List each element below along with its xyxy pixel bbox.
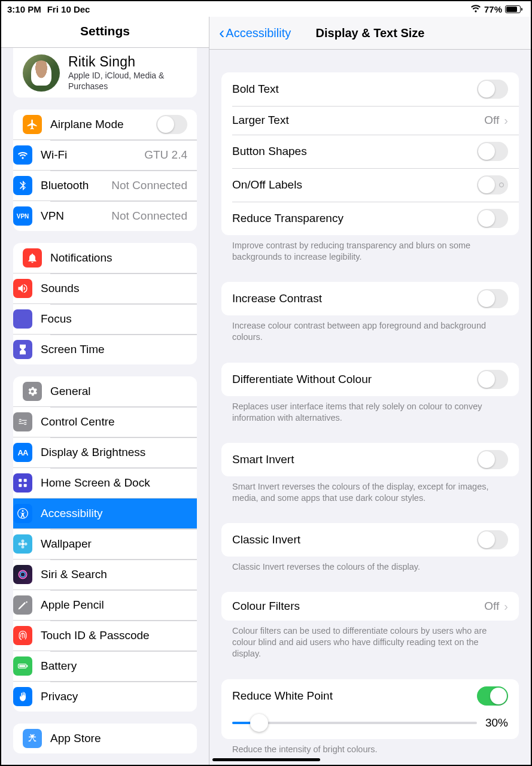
wifi-settings-icon: [13, 145, 32, 165]
differentiate-row[interactable]: Differentiate Without Colour: [221, 363, 519, 396]
colour-filters-row[interactable]: Colour Filters Off ›: [221, 592, 519, 621]
chevron-left-icon: ‹: [219, 27, 224, 39]
flower-icon: [13, 534, 32, 554]
wallpaper-row[interactable]: Wallpaper: [13, 528, 197, 559]
bold-text-toggle[interactable]: [477, 80, 508, 99]
increase-contrast-toggle[interactable]: [477, 289, 508, 308]
vpn-icon: VPN: [13, 206, 32, 226]
status-bar: 3:10 PM Fri 10 Dec 77%: [1, 1, 531, 17]
appstore-row[interactable]: App Store: [13, 724, 197, 753]
speaker-icon: [13, 279, 32, 298]
vpn-value: Not Connected: [111, 209, 187, 223]
airplane-label: Airplane Mode: [50, 118, 156, 131]
reduce-white-point-toggle[interactable]: [477, 686, 508, 706]
svg-rect-2: [19, 484, 22, 487]
bluetooth-value: Not Connected: [111, 179, 187, 192]
siri-row[interactable]: Siri & Search: [13, 559, 197, 589]
avatar: [23, 54, 60, 92]
apple-pencil-row[interactable]: Apple Pencil: [13, 589, 197, 620]
back-label: Accessibility: [226, 26, 291, 40]
battery-icon: [505, 5, 522, 13]
svg-rect-0: [19, 479, 22, 482]
back-button[interactable]: ‹ Accessibility: [219, 26, 291, 40]
svg-point-6: [22, 543, 25, 546]
grid-icon: [13, 473, 32, 493]
display-brightness-row[interactable]: AA Display & Brightness: [13, 437, 197, 467]
transparency-note: Improve contrast by reducing transparenc…: [221, 235, 519, 263]
battery-settings-icon: [13, 656, 32, 676]
switches-icon: [13, 412, 32, 431]
battery-row[interactable]: Battery: [13, 651, 197, 681]
vpn-row[interactable]: VPN VPN Not Connected: [13, 200, 197, 231]
hourglass-icon: [13, 340, 32, 359]
moon-icon: [13, 309, 32, 329]
wifi-value: GTU 2.4: [144, 148, 187, 162]
smart-invert-row[interactable]: Smart Invert: [221, 443, 519, 476]
bluetooth-icon: [13, 176, 32, 195]
reduce-white-point-row[interactable]: Reduce White Point: [221, 679, 519, 713]
accessibility-row[interactable]: Accessibility: [13, 498, 197, 528]
sidebar-header: Settings: [1, 17, 209, 48]
control-centre-row[interactable]: Control Centre: [13, 406, 197, 437]
chevron-right-icon: ›: [504, 600, 508, 613]
contrast-note: Increase colour contrast between app for…: [221, 315, 519, 343]
profile-name: Ritik Singh: [68, 54, 187, 70]
classic-invert-toggle[interactable]: [477, 530, 508, 549]
onoff-labels-toggle[interactable]: [477, 175, 508, 194]
fingerprint-icon: [13, 626, 32, 645]
wifi-row[interactable]: Wi-Fi GTU 2.4: [13, 139, 197, 170]
pencil-icon: [13, 595, 32, 615]
svg-rect-3: [24, 484, 27, 487]
button-shapes-toggle[interactable]: [477, 142, 508, 161]
general-row[interactable]: General: [13, 376, 197, 406]
reduce-transparency-toggle[interactable]: [477, 209, 508, 228]
focus-row[interactable]: Focus: [13, 303, 197, 334]
settings-sidebar: Settings Ritik Singh Apple ID, iCloud, M…: [1, 17, 209, 765]
classic-invert-row[interactable]: Classic Invert: [221, 523, 519, 557]
vpn-label: VPN: [41, 209, 111, 223]
svg-rect-11: [27, 665, 28, 667]
wifi-label: Wi-Fi: [41, 148, 144, 162]
profile-row[interactable]: Ritik Singh Apple ID, iCloud, Media & Pu…: [13, 48, 197, 98]
smart-invert-toggle[interactable]: [477, 450, 508, 469]
airplane-mode-row[interactable]: Airplane Mode: [13, 110, 197, 139]
home-indicator[interactable]: [212, 758, 320, 761]
battery-percentage: 77%: [484, 4, 502, 14]
bluetooth-row[interactable]: Bluetooth Not Connected: [13, 170, 197, 200]
profile-sub: Apple ID, iCloud, Media & Purchases: [68, 71, 187, 92]
white-point-slider-row: 30%: [221, 713, 519, 739]
wifi-icon: [470, 4, 481, 14]
differentiate-note: Replaces user interface items that rely …: [221, 396, 519, 424]
larger-text-row[interactable]: Larger Text Off ›: [221, 106, 519, 135]
accessibility-icon: [13, 504, 32, 523]
svg-rect-10: [19, 665, 25, 667]
siri-icon: [13, 565, 32, 584]
bluetooth-label: Bluetooth: [41, 179, 111, 192]
screentime-row[interactable]: Screen Time: [13, 334, 197, 364]
privacy-row[interactable]: Privacy: [13, 681, 197, 712]
white-point-slider[interactable]: [232, 722, 477, 724]
onoff-labels-row[interactable]: On/Off Labels: [221, 168, 519, 202]
bold-text-row[interactable]: Bold Text: [221, 72, 519, 106]
colour-filters-note: Colour filters can be used to differenti…: [221, 621, 519, 659]
increase-contrast-row[interactable]: Increase Contrast: [221, 282, 519, 315]
bell-icon: [23, 248, 42, 268]
status-time: 3:10 PM: [7, 4, 41, 14]
airplane-toggle[interactable]: [156, 115, 187, 134]
text-size-icon: AA: [13, 443, 32, 462]
differentiate-toggle[interactable]: [477, 370, 508, 389]
svg-point-5: [22, 510, 24, 512]
white-point-note: Reduce the intensity of bright colours.: [221, 739, 519, 755]
touchid-row[interactable]: Touch ID & Passcode: [13, 620, 197, 651]
svg-point-8: [20, 572, 25, 577]
home-screen-row[interactable]: Home Screen & Dock: [13, 467, 197, 498]
svg-rect-1: [24, 479, 27, 482]
detail-pane: ‹ Accessibility Display & Text Size Bold…: [209, 17, 531, 765]
gear-icon: [23, 382, 42, 401]
classic-invert-note: Classic Invert reverses the colours of t…: [221, 557, 519, 573]
status-date: Fri 10 Dec: [47, 4, 90, 14]
notifications-row[interactable]: Notifications: [13, 243, 197, 273]
reduce-transparency-row[interactable]: Reduce Transparency: [221, 202, 519, 235]
sounds-row[interactable]: Sounds: [13, 273, 197, 303]
button-shapes-row[interactable]: Button Shapes: [221, 135, 519, 168]
